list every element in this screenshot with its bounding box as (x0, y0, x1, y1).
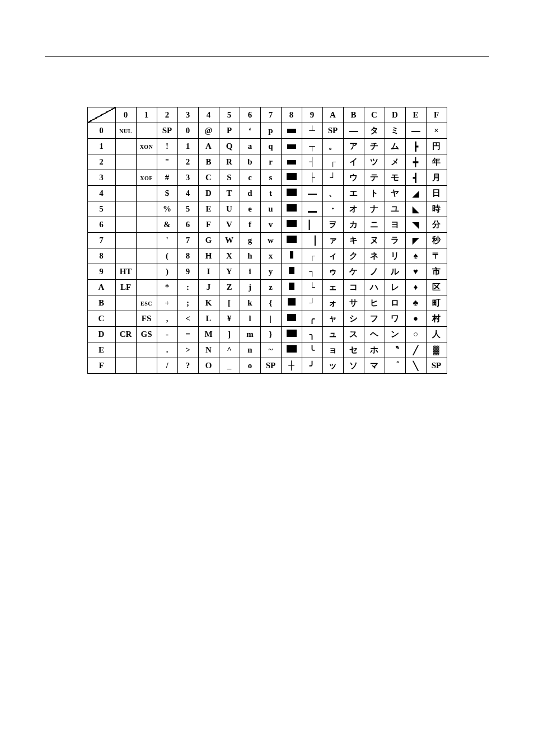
char-cell: 年 (426, 154, 447, 170)
char-cell (136, 123, 157, 139)
char-cell: ¥ (219, 311, 240, 327)
char-cell: m (240, 327, 260, 342)
char-cell: 時 (426, 201, 447, 217)
char-cell (136, 201, 157, 217)
char-cell: ヨ (385, 217, 405, 233)
char-cell: ン (385, 327, 405, 342)
char-cell: ャ (322, 311, 343, 327)
table-corner (87, 107, 115, 123)
char-cell: c (240, 170, 260, 186)
char-cell: G (198, 233, 219, 248)
char-cell (136, 233, 157, 248)
char-cell: t (260, 186, 281, 201)
char-cell: ▓ (426, 342, 447, 358)
char-cell: カ (343, 217, 364, 233)
row-header: D (87, 327, 115, 342)
char-cell: ユ (385, 201, 405, 217)
char-cell: f (240, 217, 260, 233)
char-cell: SP (426, 358, 447, 374)
char-cell: ゜ (385, 358, 405, 374)
char-cell (281, 264, 302, 280)
char-cell: フ (364, 311, 385, 327)
char-cell: ゥ (322, 264, 343, 280)
row-header: 4 (87, 186, 115, 201)
char-cell: ハ (364, 280, 385, 295)
char-cell: W (219, 233, 240, 248)
char-cell: 2 (177, 154, 198, 170)
char-cell: ト (364, 186, 385, 201)
char-cell: ケ (343, 264, 364, 280)
char-cell: チ (364, 139, 385, 154)
char-cell: d (240, 186, 260, 201)
char-cell: ♦ (405, 280, 426, 295)
row-header: 0 (87, 123, 115, 139)
char-cell: Q (219, 139, 240, 154)
char-cell (115, 358, 136, 374)
char-cell: { (260, 295, 281, 311)
char-cell: X (219, 248, 240, 264)
char-cell: [ (219, 295, 240, 311)
char-cell: ネ (364, 248, 385, 264)
char-cell: _ (219, 358, 240, 374)
char-cell: FS (136, 311, 157, 327)
char-cell: b (240, 154, 260, 170)
char-cell: ┿ (405, 154, 426, 170)
char-cell: 〝 (385, 342, 405, 358)
char-cell: & (157, 217, 177, 233)
row-header: 1 (87, 139, 115, 154)
char-cell: SP (322, 123, 343, 139)
char-cell: K (198, 295, 219, 311)
char-cell: ホ (364, 342, 385, 358)
char-cell: ┘ (302, 295, 322, 311)
char-cell: XON (136, 139, 157, 154)
char-cell: % (157, 201, 177, 217)
char-cell: ├ (302, 170, 322, 186)
char-cell (136, 248, 157, 264)
char-cell: ‘ (240, 123, 260, 139)
char-cell: ┼ (281, 358, 302, 374)
char-cell: 6 (177, 217, 198, 233)
char-cell: q (260, 139, 281, 154)
char-cell: L (198, 311, 219, 327)
row-header: 5 (87, 201, 115, 217)
char-cell: < (177, 311, 198, 327)
char-cell: ┣ (405, 139, 426, 154)
char-cell: XOF (136, 170, 157, 186)
col-header: 1 (136, 107, 157, 123)
char-cell: 9 (177, 264, 198, 280)
char-cell: 町 (426, 295, 447, 311)
col-header: 3 (177, 107, 198, 123)
top-rule (45, 56, 489, 57)
char-cell: リ (385, 248, 405, 264)
char-cell: ] (219, 327, 240, 342)
char-cell: ヤ (385, 186, 405, 201)
char-cell: ロ (385, 295, 405, 311)
char-cell: ┴ (302, 123, 322, 139)
col-header: 0 (115, 107, 136, 123)
char-cell: w (260, 233, 281, 248)
char-cell: e (240, 201, 260, 217)
char-cell: 日 (426, 186, 447, 201)
col-header: B (343, 107, 364, 123)
char-cell: 区 (426, 280, 447, 295)
char-cell: ┌ (322, 154, 343, 170)
char-cell: ラ (385, 233, 405, 248)
char-cell: n (240, 342, 260, 358)
char-cell: ク (343, 248, 364, 264)
char-cell: / (157, 358, 177, 374)
char-cell (115, 201, 136, 217)
char-cell: D (198, 186, 219, 201)
char-cell: 円 (426, 139, 447, 154)
char-cell: 村 (426, 311, 447, 327)
char-cell: T (219, 186, 240, 201)
char-cell: x (260, 248, 281, 264)
row-header: 8 (87, 248, 115, 264)
char-cell: U (219, 201, 240, 217)
char-cell (302, 201, 322, 217)
char-cell: $ (157, 186, 177, 201)
char-cell: 分 (426, 217, 447, 233)
char-cell: キ (343, 233, 364, 248)
char-cell: ╲ (405, 358, 426, 374)
char-cell: ル (385, 264, 405, 280)
char-cell: C (198, 170, 219, 186)
